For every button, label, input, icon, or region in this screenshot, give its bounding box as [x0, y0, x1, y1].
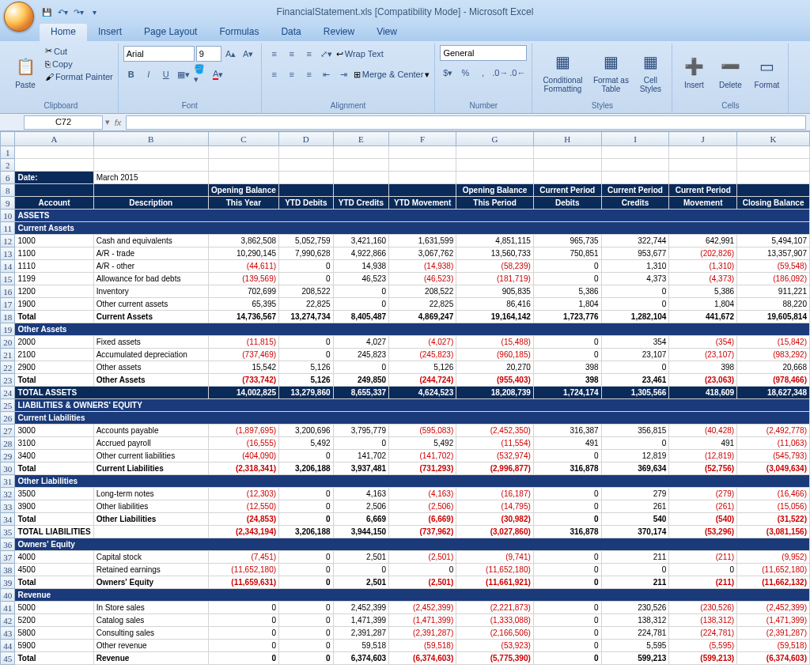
row-header[interactable]: 39 — [1, 576, 15, 589]
cell[interactable]: 5,386 — [669, 285, 737, 298]
cell[interactable]: 316,878 — [533, 462, 601, 475]
align-top-icon[interactable]: ≡ — [267, 46, 282, 62]
cell[interactable]: Other assets — [93, 361, 208, 374]
cell[interactable]: Credits — [601, 197, 669, 210]
cell[interactable]: 3,944,150 — [333, 526, 389, 538]
row-header[interactable]: 42 — [1, 614, 15, 627]
row-header[interactable]: 35 — [1, 526, 15, 538]
cell[interactable]: 0 — [533, 640, 601, 652]
cell[interactable]: ASSETS — [15, 210, 810, 222]
cell[interactable]: Other revenue — [93, 640, 208, 652]
cell[interactable]: 3,200,696 — [279, 425, 333, 437]
select-all-corner[interactable] — [1, 132, 15, 146]
cell[interactable]: 2100 — [15, 349, 93, 361]
cell[interactable]: 0 — [389, 564, 456, 576]
cell[interactable]: 5,126 — [279, 374, 333, 387]
cell[interactable]: YTD Movement — [389, 197, 456, 210]
cell[interactable]: 14,736,567 — [208, 311, 278, 323]
cell[interactable]: (733,742) — [208, 374, 278, 387]
cell[interactable]: 1,723,776 — [533, 311, 601, 323]
cell[interactable]: 1,724,174 — [533, 387, 601, 399]
align-middle-icon[interactable]: ≡ — [284, 46, 300, 62]
cell[interactable]: 0 — [601, 285, 669, 298]
cell[interactable]: 208,522 — [389, 285, 456, 298]
cell[interactable] — [208, 146, 278, 159]
cell[interactable]: (15,842) — [737, 336, 810, 349]
cell[interactable]: 0 — [208, 652, 278, 665]
row-header[interactable]: 10 — [1, 210, 15, 222]
tab-page-layout[interactable]: Page Layout — [133, 24, 208, 41]
row-header[interactable]: 34 — [1, 513, 15, 526]
cell[interactable]: (138,312) — [669, 614, 737, 627]
cell[interactable]: 491 — [669, 437, 737, 450]
cell[interactable]: Other Assets — [93, 374, 208, 387]
row-header[interactable]: 28 — [1, 437, 15, 450]
cell[interactable]: 18,208,739 — [456, 387, 534, 399]
name-box[interactable]: C72 — [24, 115, 103, 130]
cell[interactable]: Other Liabilities — [15, 475, 810, 488]
cell[interactable]: TOTAL LIABILITIES — [15, 526, 93, 538]
cell[interactable]: 0 — [333, 285, 389, 298]
cell[interactable]: (244,724) — [389, 374, 456, 387]
cell[interactable]: 0 — [533, 652, 601, 665]
cell[interactable]: 0 — [208, 627, 278, 640]
cell[interactable]: 3,795,779 — [333, 425, 389, 437]
cell[interactable] — [456, 146, 534, 159]
align-bottom-icon[interactable]: ≡ — [301, 46, 317, 62]
grow-font-icon[interactable]: A▴ — [223, 46, 239, 62]
cell[interactable]: Capital stock — [93, 551, 208, 564]
cell[interactable]: 4,869,247 — [389, 311, 456, 323]
cell[interactable]: (16,187) — [456, 488, 534, 500]
cell[interactable] — [389, 184, 456, 197]
cell[interactable]: 1900 — [15, 298, 93, 311]
row-header[interactable]: 19 — [1, 323, 15, 336]
cell[interactable]: Revenue — [93, 652, 208, 665]
cell[interactable]: 0 — [533, 273, 601, 285]
col-header-A[interactable]: A — [15, 132, 93, 146]
cell[interactable]: (1,310) — [669, 260, 737, 273]
cell[interactable]: (12,550) — [208, 500, 278, 513]
cell[interactable]: Retained earnings — [93, 564, 208, 576]
cell[interactable]: 316,878 — [533, 526, 601, 538]
cell[interactable]: Date: — [15, 172, 93, 184]
cell[interactable]: Other Liabilities — [93, 513, 208, 526]
cell[interactable]: (6,374,603) — [389, 652, 456, 665]
cell[interactable]: 5,386 — [533, 285, 601, 298]
cell[interactable]: (3,049,634) — [737, 462, 810, 475]
cell[interactable]: Current Assets — [93, 311, 208, 323]
cell[interactable]: (14,795) — [456, 500, 534, 513]
decrease-decimal-icon[interactable]: .0← — [509, 65, 525, 81]
cell[interactable]: 23,461 — [601, 374, 669, 387]
row-header[interactable]: 25 — [1, 399, 15, 412]
cell[interactable]: 0 — [601, 564, 669, 576]
row-header[interactable]: 36 — [1, 538, 15, 551]
cell[interactable] — [279, 146, 333, 159]
cell[interactable]: Fixed assets — [93, 336, 208, 349]
cell[interactable]: (24,853) — [208, 513, 278, 526]
cell[interactable] — [601, 159, 669, 172]
cell[interactable] — [93, 146, 208, 159]
cell[interactable]: 0 — [533, 500, 601, 513]
cell[interactable] — [208, 159, 278, 172]
formula-input[interactable] — [126, 115, 806, 130]
cell[interactable]: 0 — [533, 627, 601, 640]
row-header[interactable]: 13 — [1, 247, 15, 260]
cell[interactable]: 13,274,734 — [279, 311, 333, 323]
cell[interactable] — [279, 184, 333, 197]
cell[interactable] — [669, 146, 737, 159]
cell[interactable]: 4,851,115 — [456, 235, 534, 247]
cell[interactable]: 2900 — [15, 361, 93, 374]
cell[interactable]: 22,825 — [389, 298, 456, 311]
cell[interactable]: (4,163) — [389, 488, 456, 500]
cell[interactable]: (11,652,180) — [208, 564, 278, 576]
cell[interactable]: 5800 — [15, 627, 93, 640]
cell[interactable]: 0 — [333, 298, 389, 311]
cell[interactable]: 4,163 — [333, 488, 389, 500]
cell[interactable] — [601, 172, 669, 184]
cell[interactable]: 398 — [533, 361, 601, 374]
cell[interactable]: (2,391,287) — [389, 627, 456, 640]
cell[interactable]: 750,851 — [533, 247, 601, 260]
cell[interactable]: (230,526) — [669, 602, 737, 614]
cell[interactable]: Accounts payable — [93, 425, 208, 437]
cell[interactable]: (11,554) — [456, 437, 534, 450]
